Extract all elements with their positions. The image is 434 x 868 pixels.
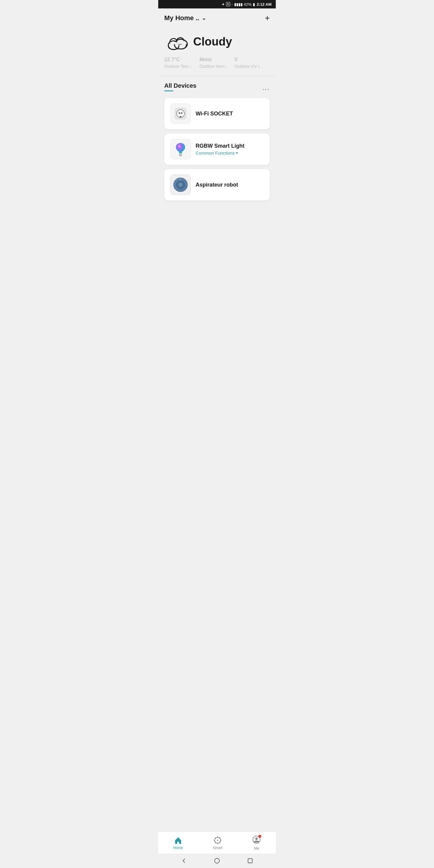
sys-back-button[interactable] — [180, 857, 187, 864]
nfc-icon: N — [226, 2, 230, 6]
home-nav-label: Home — [173, 846, 183, 850]
socket-info: Wi-Fi SOCKET — [195, 111, 264, 117]
battery-icon: ▮ — [253, 2, 255, 7]
svg-rect-6 — [177, 41, 184, 44]
devices-title: All Devices — [164, 82, 196, 89]
sys-recents-button[interactable] — [247, 857, 254, 864]
status-bar: ✦ N ◦ ▮▮▮▮ 42% ▮ 2:12 AM — [158, 0, 276, 8]
nav-smart[interactable]: Smart — [213, 836, 222, 850]
svg-point-22 — [217, 840, 218, 841]
svg-rect-15 — [179, 156, 182, 156]
nav-home[interactable]: Home — [173, 836, 183, 850]
svg-point-11 — [181, 112, 183, 114]
home-title-row[interactable]: My Home .. ⌄ — [164, 14, 206, 22]
signal-icon: ▮▮▮▮ — [234, 2, 243, 7]
humidity-label: Outdoor Hum... — [199, 64, 235, 69]
humidity-value: Moist — [199, 57, 235, 63]
temperature-value: 22.7°C — [164, 57, 199, 63]
uv-stat: 0 Outdoor UV I... — [235, 57, 270, 69]
me-nav-label: Me — [254, 846, 259, 850]
bulb-name: RGBW Smart Light — [195, 143, 264, 149]
smart-nav-label: Smart — [213, 846, 222, 850]
devices-header: All Devices ··· — [164, 76, 270, 98]
system-nav-bar — [158, 854, 276, 868]
bulb-info: RGBW Smart Light Common Functions ▾ — [195, 143, 264, 156]
svg-point-32 — [255, 838, 258, 840]
add-button[interactable]: + — [265, 14, 270, 22]
nav-me[interactable]: Me — [252, 835, 261, 850]
wifi-icon: ◦ — [231, 2, 233, 7]
svg-rect-13 — [179, 153, 182, 154]
vacuum-name: Aspirateur robot — [195, 182, 264, 188]
svg-rect-9 — [180, 116, 181, 117]
socket-icon — [173, 106, 188, 121]
smart-nav-icon — [213, 836, 222, 844]
socket-name: Wi-Fi SOCKET — [195, 111, 264, 117]
device-card-wifi-socket[interactable]: Wi-Fi SOCKET — [164, 98, 270, 129]
uv-label: Outdoor UV I... — [235, 64, 270, 69]
device-card-rgbw-light[interactable]: RGBW Smart Light Common Functions ▾ — [164, 133, 270, 165]
vacuum-icon — [173, 177, 189, 193]
status-time: 2:12 AM — [257, 2, 272, 7]
bulb-common-functions[interactable]: Common Functions ▾ — [195, 150, 264, 156]
active-underline — [164, 90, 173, 91]
cloud-icon — [164, 33, 188, 51]
vacuum-info: Aspirateur robot — [195, 182, 264, 188]
svg-point-33 — [215, 858, 219, 863]
temperature-label: Outdoor Tem... — [164, 64, 199, 69]
common-functions-chevron: ▾ — [236, 151, 238, 155]
vacuum-icon-wrap — [170, 175, 191, 195]
status-icons: ✦ N ◦ ▮▮▮▮ 42% ▮ — [221, 2, 255, 7]
bulb-icon — [173, 142, 188, 156]
svg-rect-34 — [248, 859, 252, 863]
me-icon-wrap — [252, 835, 261, 845]
home-title: My Home .. — [164, 14, 199, 22]
bulb-icon-wrap — [170, 139, 191, 159]
title-chevron-icon[interactable]: ⌄ — [202, 15, 206, 22]
bottom-nav: Home Smart Me — [158, 832, 276, 854]
humidity-stat: Moist Outdoor Hum... — [199, 57, 235, 69]
weather-stats: 22.7°C Outdoor Tem... Moist Outdoor Hum.… — [164, 57, 270, 69]
devices-section: All Devices ··· Wi-Fi SOCKET — [158, 76, 276, 265]
svg-point-12 — [180, 113, 181, 114]
home-nav-icon — [174, 836, 182, 844]
weather-main: Cloudy — [164, 33, 270, 51]
battery-percent: 42% — [244, 2, 252, 7]
weather-condition: Cloudy — [193, 35, 232, 48]
bluetooth-icon: ✦ — [221, 2, 225, 7]
svg-point-20 — [179, 183, 183, 187]
svg-rect-14 — [179, 154, 182, 155]
sys-home-button[interactable] — [213, 857, 221, 864]
header: My Home .. ⌄ + — [158, 8, 276, 27]
me-notification-dot — [258, 835, 261, 838]
svg-point-10 — [179, 112, 180, 114]
device-card-robot-vacuum[interactable]: Aspirateur robot — [164, 169, 270, 200]
temperature-stat: 22.7°C Outdoor Tem... — [164, 57, 199, 69]
weather-section: Cloudy 22.7°C Outdoor Tem... Moist Outdo… — [158, 27, 276, 76]
socket-icon-wrap — [170, 103, 191, 124]
devices-more-button[interactable]: ··· — [262, 85, 270, 93]
uv-value: 0 — [235, 57, 270, 63]
